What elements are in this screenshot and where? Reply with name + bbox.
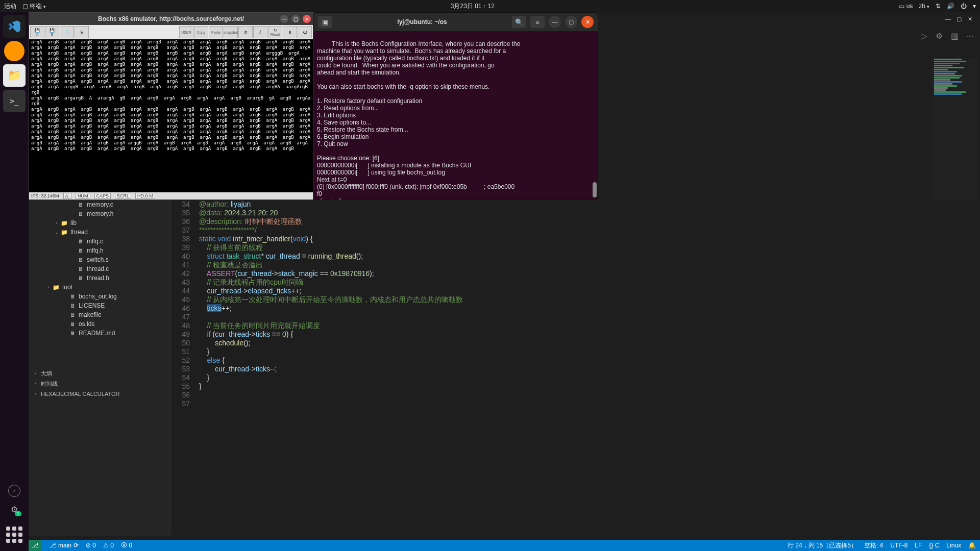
bochs-caps: CAPS [94,193,111,199]
terminal-minimize[interactable]: — [549,16,561,28]
keyboard-layout-2[interactable]: zh [919,3,929,10]
bochs-hd: HD:0-M [135,193,155,199]
tree-item-label: mlfq.c [87,238,103,245]
terminal-body[interactable]: This is the Bochs Configuration Interfac… [314,31,598,199]
git-branch[interactable]: ⎇ main ⟳ [49,542,79,549]
file-mlfq-c[interactable]: mlfq.c [29,237,172,246]
dock-settings-icon[interactable]: ⚙1 [8,503,20,515]
file-switch-s[interactable]: switch.s [29,255,172,264]
bochs-power[interactable]: ⏻ [298,26,312,38]
terminal-search[interactable]: 🔍 [512,16,526,28]
file-mlfq-h[interactable]: mlfq.h [29,246,172,255]
gnome-terminal-window: ▣ lyj@ubuntu: ~/os 🔍 ≡ — ▢ ✕ This is the… [313,12,598,200]
vscode-tab-actions: ▷ ⚙ ▥ ⋯ [918,27,980,45]
gnome-topbar: 活动 ▢ 终端 3月23日 01：12 ▭ us zh ⇅ 🔊 ⏻ ▾ [0,0,980,12]
problems-errors[interactable]: ⊘ 0 [86,542,96,549]
activities-button[interactable]: 活动 [4,2,16,11]
network-icon[interactable]: ⇅ [936,3,941,10]
file-icon [68,312,77,318]
bochs-a: A: [63,193,72,199]
terminal-close[interactable]: ✕ [581,16,594,28]
bochs-close[interactable]: ✕ [303,15,311,23]
encoding[interactable]: UTF-8 [890,542,908,549]
bochs-suspend[interactable]: ⏸ [283,26,297,38]
clock[interactable]: 3月23日 01：12 [46,2,899,11]
panel-时间线[interactable]: ›时间线 [29,379,172,389]
bochs-paste[interactable]: Paste [209,26,223,38]
vscode-close[interactable]: ✕ [968,16,975,23]
app-menu[interactable]: ▢ 终端 [22,2,46,11]
run-icon[interactable]: ▷ [918,30,930,42]
more-icon[interactable]: ⋯ [964,30,976,42]
file-thread-h[interactable]: thread.h [29,273,172,283]
settings-icon[interactable]: ⚙ [933,30,945,42]
file-os-lds[interactable]: os.lds [29,319,172,329]
bochs-reset[interactable]: ↻Reset [268,26,282,38]
bochs-config[interactable]: ⚙ [238,26,253,38]
vscode-minimize[interactable]: — [945,16,952,23]
tree-item-label: lib [70,219,77,227]
volume-icon[interactable]: 🔊 [947,3,954,10]
editor-minimap[interactable] [932,58,978,201]
bochs-floppy-a[interactable]: 💾A [30,26,44,38]
dock-show-apps[interactable] [3,523,26,546]
file-memory-c[interactable]: memory.c [29,200,172,209]
bochs-snapshot[interactable]: snapshot [224,26,238,38]
bochs-num: NUM [76,193,90,199]
ports[interactable]: ⦿ 0 [121,542,132,549]
keyboard-layout-1[interactable]: ▭ us [899,3,913,10]
system-menu-caret[interactable]: ▾ [973,3,976,10]
folder-icon [52,284,60,291]
os-indicator[interactable]: Linux [946,542,961,549]
bochs-minimize[interactable]: — [280,15,288,23]
folder-thread[interactable]: ⌄thread [29,228,172,237]
tree-item-label: switch.s [87,256,109,263]
dock-firefox[interactable] [4,41,24,61]
file-makefile[interactable]: makefile [29,310,172,319]
dock-files[interactable]: 📁 [3,64,26,87]
folder-tool[interactable]: ›tool [29,283,172,292]
terminal-scrollbar[interactable] [593,31,597,199]
settings-badge: 1 [15,511,21,516]
file-LICENSE[interactable]: LICENSE [29,301,172,310]
bochs-titlebar[interactable]: Bochs x86 emulator, http://bochs.sourcef… [29,13,313,25]
file-bochs_out-log[interactable]: bochs_out.log [29,292,172,301]
language-mode[interactable]: {} C [929,542,939,549]
bochs-copy[interactable]: Copy [194,26,208,38]
remote-indicator[interactable]: ⎇ [29,540,42,551]
file-thread-c[interactable]: thread.c [29,264,172,273]
file-icon [77,211,85,217]
vscode-statusbar: ⎇ ⎇ main ⟳ ⊘ 0 ⚠ 0 ⦿ 0 行 24，列 15（已选择5） 空… [29,540,980,551]
file-memory-h[interactable]: memory.h [29,209,172,218]
bochs-floppy-b[interactable]: 💾B [45,26,59,38]
vscode-maximize[interactable]: ▢ [957,16,964,23]
folder-lib[interactable]: ›lib [29,218,172,228]
panel-HEXADECIMAL CALCULATOR[interactable]: ›HEXADECIMAL CALCULATOR [29,389,172,399]
terminal-maximize[interactable]: ▢ [565,16,577,28]
vscode-editor[interactable]: 3435363738394041424344454647484950515253… [172,200,980,536]
file-README-md[interactable]: README.md [29,329,172,338]
terminal-new-tab[interactable]: ▣ [318,16,332,28]
cursor-position[interactable]: 行 24，列 15（已选择5） [788,541,857,550]
panel-大纲[interactable]: ›大纲 [29,368,172,379]
editor-code[interactable]: @author: liyajun@data: 2024.3.21 20: 20@… [199,200,980,408]
bochs-cdrom[interactable]: 💿 [60,26,74,38]
bochs-mouse[interactable]: 🖱 [75,26,89,38]
dock-terminal[interactable]: >_ [3,90,26,112]
split-icon[interactable]: ▥ [948,30,961,42]
terminal-scrollbar-thumb[interactable] [593,182,597,197]
tree-item-label: thread.h [87,274,109,282]
power-icon[interactable]: ⏻ [961,3,967,10]
bochs-upload[interactable]: ⤴ [253,26,267,38]
file-icon [68,293,77,299]
problems-warnings[interactable]: ⚠ 0 [103,542,114,549]
indentation[interactable]: 空格: 4 [864,541,883,550]
bochs-maximize[interactable]: ▢ [291,15,300,23]
notifications-bell[interactable]: 🔔 [968,542,976,549]
dock-user-icon[interactable]: ◦ [8,485,20,497]
terminal-menu[interactable]: ≡ [530,16,545,28]
dock-vscode[interactable] [3,15,26,38]
bochs-user[interactable]: USER [179,26,193,38]
eol[interactable]: LF [915,542,922,549]
gnome-terminal-titlebar[interactable]: ▣ lyj@ubuntu: ~/os 🔍 ≡ — ▢ ✕ [314,13,598,31]
